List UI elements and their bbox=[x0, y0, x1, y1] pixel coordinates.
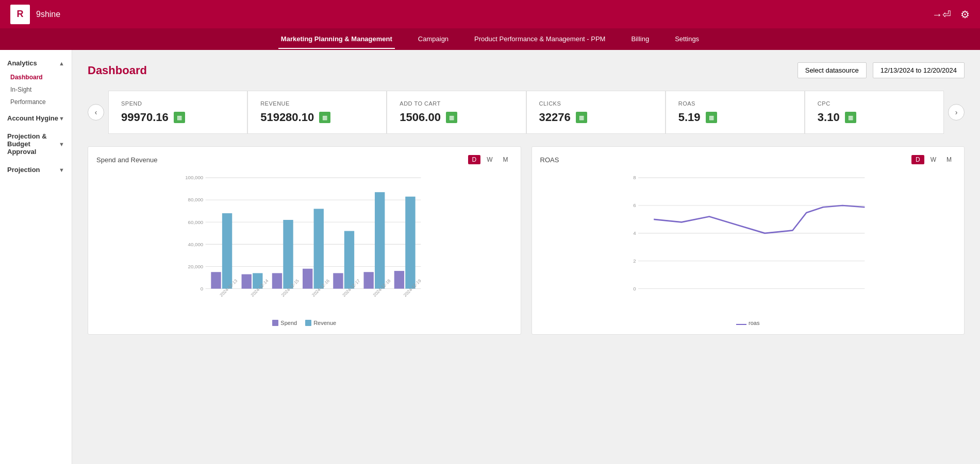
legend-revenue-color bbox=[305, 320, 311, 326]
svg-rect-17 bbox=[283, 220, 293, 289]
nav-item-billing[interactable]: Billing bbox=[628, 30, 652, 49]
metric-card-revenue: REVENUE 519280.10 ▦ bbox=[247, 91, 387, 134]
svg-rect-18 bbox=[303, 269, 312, 289]
sidebar-projection-label: Projection bbox=[7, 166, 40, 174]
svg-rect-21 bbox=[344, 231, 354, 289]
metric-value-revenue: 519280.10 bbox=[260, 111, 314, 124]
legend-spend-color bbox=[272, 320, 278, 326]
svg-text:60,000: 60,000 bbox=[188, 219, 204, 225]
metric-label-add-to-cart: ADD TO CART bbox=[400, 100, 513, 107]
metric-value-roas: 5.19 bbox=[678, 111, 701, 124]
tab-spend-revenue-w[interactable]: W bbox=[483, 155, 496, 164]
svg-rect-22 bbox=[363, 272, 373, 288]
chevron-down-icon-proj: ▼ bbox=[59, 167, 64, 173]
svg-rect-16 bbox=[272, 273, 282, 288]
metric-label-roas: ROAS bbox=[678, 100, 792, 107]
legend-spend-label: Spend bbox=[280, 320, 297, 326]
svg-rect-24 bbox=[394, 271, 404, 288]
metrics-prev-button[interactable]: ‹ bbox=[88, 104, 104, 121]
page-title: Dashboard bbox=[88, 64, 147, 77]
roas-chart-area: 8 6 4 2 0 bbox=[540, 169, 956, 316]
charts-row: Spend and Revenue D W M 100,000 80,000 6… bbox=[88, 146, 965, 335]
spend-revenue-chart-area: 100,000 80,000 60,000 40,000 20,000 0 bbox=[96, 169, 512, 316]
app-name: 9shine bbox=[36, 10, 60, 19]
metric-value-spend: 99970.16 bbox=[121, 111, 169, 124]
metric-expand-roas[interactable]: ▦ bbox=[706, 112, 717, 123]
spend-revenue-chart-card: Spend and Revenue D W M 100,000 80,000 6… bbox=[88, 146, 521, 335]
svg-text:6: 6 bbox=[633, 202, 636, 208]
sidebar-section-projection-budget: Projection & Budget Approval ▼ bbox=[0, 128, 72, 160]
logo-area: R 9shine bbox=[10, 5, 60, 24]
sidebar-header-analytics[interactable]: Analytics ▲ bbox=[0, 55, 72, 71]
legend-revenue: Revenue bbox=[305, 320, 336, 326]
logout-icon[interactable]: →⏎ bbox=[932, 8, 951, 21]
metrics-container: ‹ SPEND 99970.16 ▦ REVENUE 519280.10 ▦ bbox=[88, 91, 965, 134]
metric-label-revenue: REVENUE bbox=[260, 100, 374, 107]
svg-rect-13 bbox=[222, 213, 232, 288]
metric-expand-revenue[interactable]: ▦ bbox=[319, 112, 330, 123]
sidebar-header-account[interactable]: Account Hygine ▼ bbox=[0, 110, 72, 126]
svg-rect-23 bbox=[375, 192, 385, 288]
roas-chart-card: ROAS D W M 8 6 4 2 0 bbox=[531, 146, 965, 335]
metric-expand-cpc[interactable]: ▦ bbox=[845, 112, 856, 123]
metric-value-cpc: 3.10 bbox=[818, 111, 840, 124]
metric-expand-clicks[interactable]: ▦ bbox=[576, 112, 587, 123]
nav-item-settings[interactable]: Settings bbox=[672, 30, 702, 49]
date-range-display: 12/13/2024 to 12/20/2024 bbox=[873, 62, 965, 78]
logo: R bbox=[10, 5, 30, 24]
dashboard-header: Dashboard Select datasource 12/13/2024 t… bbox=[88, 62, 965, 78]
svg-rect-12 bbox=[211, 272, 221, 288]
sidebar-projection-budget-label: Projection & Budget Approval bbox=[7, 132, 59, 156]
svg-text:8: 8 bbox=[633, 175, 636, 180]
header-controls: Select datasource 12/13/2024 to 12/20/20… bbox=[798, 62, 965, 78]
roas-svg: 8 6 4 2 0 bbox=[540, 169, 956, 314]
svg-text:80,000: 80,000 bbox=[188, 197, 204, 202]
layout: Analytics ▲ Dashboard In-Sight Performan… bbox=[0, 50, 980, 464]
metric-card-spend: SPEND 99970.16 ▦ bbox=[108, 91, 247, 134]
settings-icon[interactable]: ⚙ bbox=[960, 8, 970, 21]
svg-text:100,000: 100,000 bbox=[185, 175, 204, 180]
nav-item-ppm[interactable]: Product Performance & Management - PPM bbox=[472, 30, 608, 49]
tab-spend-revenue-d[interactable]: D bbox=[468, 155, 481, 164]
metric-card-cpc: CPC 3.10 ▦ bbox=[805, 91, 944, 134]
nav-bar: Marketing Planning & Management Campaign… bbox=[0, 28, 980, 50]
metric-value-clicks: 32276 bbox=[539, 111, 571, 124]
metric-label-clicks: CLICKS bbox=[539, 100, 653, 107]
sidebar: Analytics ▲ Dashboard In-Sight Performan… bbox=[0, 50, 72, 464]
spend-revenue-svg: 100,000 80,000 60,000 40,000 20,000 0 bbox=[96, 169, 512, 314]
metric-card-add-to-cart: ADD TO CART 1506.00 ▦ bbox=[387, 91, 526, 134]
spend-revenue-title: Spend and Revenue bbox=[96, 156, 158, 164]
sidebar-section-projection: Projection ▼ bbox=[0, 162, 72, 178]
metric-expand-add-to-cart[interactable]: ▦ bbox=[446, 112, 457, 123]
metric-card-clicks: CLICKS 32276 ▦ bbox=[526, 91, 666, 134]
metric-expand-spend[interactable]: ▦ bbox=[174, 112, 185, 123]
nav-item-marketing[interactable]: Marketing Planning & Management bbox=[278, 30, 395, 49]
sidebar-item-performance[interactable]: Performance bbox=[0, 96, 72, 108]
select-datasource-button[interactable]: Select datasource bbox=[798, 62, 867, 78]
metric-value-row-spend: 99970.16 ▦ bbox=[121, 111, 235, 124]
legend-roas: roas bbox=[736, 320, 759, 326]
svg-text:4: 4 bbox=[633, 230, 636, 236]
legend-roas-label: roas bbox=[749, 320, 759, 326]
metric-value-row-add-to-cart: 1506.00 ▦ bbox=[400, 111, 513, 124]
legend-roas-line bbox=[736, 324, 746, 325]
metrics-next-button[interactable]: › bbox=[948, 104, 965, 121]
sidebar-header-projection[interactable]: Projection ▼ bbox=[0, 162, 72, 178]
sidebar-item-dashboard[interactable]: Dashboard bbox=[0, 71, 72, 83]
legend-spend: Spend bbox=[272, 320, 297, 326]
metric-value-row-revenue: 519280.10 ▦ bbox=[260, 111, 374, 124]
sidebar-item-insight[interactable]: In-Sight bbox=[0, 83, 72, 96]
nav-item-campaign[interactable]: Campaign bbox=[416, 30, 451, 49]
tab-roas-w[interactable]: W bbox=[926, 155, 940, 164]
tab-roas-m[interactable]: M bbox=[942, 155, 956, 164]
tab-roas-d[interactable]: D bbox=[911, 155, 924, 164]
sidebar-header-projection-budget[interactable]: Projection & Budget Approval ▼ bbox=[0, 128, 72, 160]
metric-card-roas: ROAS 5.19 ▦ bbox=[666, 91, 805, 134]
tab-spend-revenue-m[interactable]: M bbox=[499, 155, 512, 164]
spend-revenue-legend: Spend Revenue bbox=[96, 320, 512, 326]
chevron-down-icon-projection: ▼ bbox=[59, 141, 64, 147]
chevron-down-icon-account: ▼ bbox=[59, 115, 64, 122]
svg-text:20,000: 20,000 bbox=[188, 264, 204, 269]
logo-letter: R bbox=[17, 9, 24, 20]
sidebar-analytics-label: Analytics bbox=[7, 59, 37, 67]
